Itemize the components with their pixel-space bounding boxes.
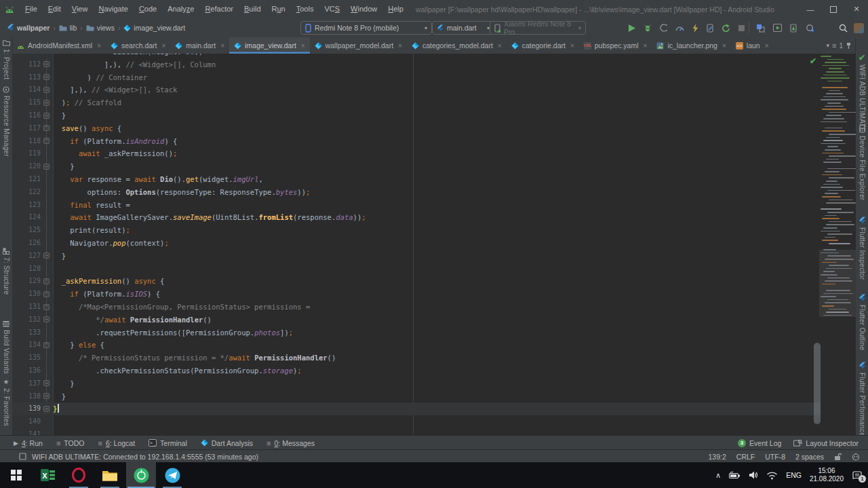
- stop-button[interactable]: [735, 22, 747, 34]
- code-line[interactable]: 130ˇ if (Platform.isIOS) {: [12, 288, 821, 301]
- indent-setting[interactable]: 2 spaces: [795, 453, 824, 461]
- code-line[interactable]: 127− }: [12, 250, 821, 263]
- code-line[interactable]: 137− }: [12, 377, 821, 390]
- menu-item-analyze[interactable]: Analyze: [162, 0, 199, 18]
- stripe-button-flutter-inspector[interactable]: Flutter Inspector: [856, 217, 868, 280]
- maximize-button[interactable]: [822, 0, 845, 18]
- tab-pubspec-yaml[interactable]: YMLpubspec.yaml×: [579, 37, 652, 54]
- pin-icon[interactable]: [846, 42, 852, 50]
- status-message[interactable]: WIFI ADB ULTIMATE: Connected to 192.168.…: [19, 453, 258, 461]
- inspections-ok-icon[interactable]: ✔: [810, 56, 816, 66]
- breadcrumb-item-image_view-dart[interactable]: image_view.dart: [123, 24, 185, 32]
- fold-collapse-icon[interactable]: −: [43, 61, 50, 67]
- fold-collapse-icon[interactable]: −: [43, 316, 50, 322]
- code-line[interactable]: 138− }: [12, 390, 821, 403]
- file-explorer-taskbar-icon[interactable]: [95, 462, 125, 488]
- fold-expanded-icon[interactable]: ˇ: [43, 304, 50, 310]
- device-selector-dropdown[interactable]: Redmi Note 8 Pro (mobile) ▾: [300, 21, 432, 35]
- attach-process-button[interactable]: [704, 22, 716, 34]
- menu-item-view[interactable]: View: [66, 0, 94, 18]
- logcat-window-button[interactable]: [771, 22, 783, 34]
- minimize-button[interactable]: —: [799, 0, 822, 18]
- tab-close-icon[interactable]: ×: [220, 42, 224, 50]
- code-line[interactable]: 114− ],), // <Widget>[], Stack: [12, 83, 821, 96]
- breadcrumb-item-lib[interactable]: lib: [59, 24, 77, 32]
- code-editor[interactable]: 111 SizedBox(height: 50,)112− ],), // <W…: [12, 54, 856, 435]
- menu-item-window[interactable]: Window: [345, 0, 382, 18]
- excel-taskbar-icon[interactable]: X: [33, 462, 62, 488]
- tab-close-icon[interactable]: ×: [301, 42, 305, 50]
- profiler-button[interactable]: [673, 22, 686, 34]
- project-structure-button[interactable]: [754, 22, 766, 34]
- code-line[interactable]: 119 await _askPermission();: [12, 147, 821, 160]
- tab-AndroidManifest-xml[interactable]: AndroidManifest.xml×: [12, 37, 106, 54]
- fold-collapse-icon[interactable]: −: [43, 100, 50, 106]
- menu-item-navigate[interactable]: Navigate: [93, 0, 133, 18]
- tool-window-button-0-messages[interactable]: ≡0: Messages: [267, 439, 315, 447]
- run-button[interactable]: [625, 22, 637, 34]
- code-line[interactable]: 139−}: [12, 402, 821, 415]
- close-button[interactable]: ✕: [845, 0, 868, 18]
- code-line[interactable]: 126 Navigator.pop(context);: [12, 237, 821, 250]
- start-button[interactable]: [1, 462, 31, 488]
- code-line[interactable]: 129ˇ _askPermission() async {: [12, 275, 821, 288]
- battery-icon[interactable]: [729, 470, 741, 480]
- menu-item-edit[interactable]: Edit: [43, 0, 66, 18]
- code-line[interactable]: 118ˇ if (Platform.isAndroid) {: [12, 135, 821, 148]
- tab-search-dart[interactable]: search.dart×: [106, 37, 170, 54]
- code-line[interactable]: 111 SizedBox(height: 50,): [12, 54, 821, 58]
- tool-window-button-6-logcat[interactable]: ≡6: Logcat: [98, 439, 135, 447]
- stripe-button-7-structure[interactable]: 7: Structure: [0, 248, 12, 295]
- tab-close-icon[interactable]: ×: [498, 42, 502, 50]
- tab-categorie-dart[interactable]: categorie.dart×: [507, 37, 579, 54]
- fold-collapse-icon[interactable]: −: [43, 164, 50, 170]
- code-minimap[interactable]: [821, 56, 856, 322]
- code-line[interactable]: 124 await ImageGallerySaver.saveImage(Ui…: [12, 211, 821, 224]
- run-config-dropdown[interactable]: main.dart ▾: [432, 21, 494, 35]
- stripe-button-1-project[interactable]: 1: Project: [0, 40, 12, 79]
- stripe-button-flutter-outline[interactable]: Flutter Outline: [856, 294, 868, 350]
- menu-item-file[interactable]: File: [20, 0, 43, 18]
- hot-reload-icon[interactable]: [689, 22, 701, 34]
- code-line[interactable]: 135 /* PermissionStatus permission = */a…: [12, 352, 821, 364]
- hot-restart-button[interactable]: [719, 22, 731, 34]
- tool-window-button-4-run[interactable]: ▶4: Run: [14, 439, 43, 447]
- fold-collapse-icon[interactable]: −: [43, 74, 50, 80]
- code-line[interactable]: 134ˇ } else {: [12, 339, 821, 352]
- code-line[interactable]: 128: [12, 263, 821, 276]
- code-line[interactable]: 133 .requestPermissions([PermissionGroup…: [12, 326, 821, 339]
- tab-close-icon[interactable]: ×: [398, 42, 402, 50]
- stripe-button-flutter-performance[interactable]: Flutter Performance: [856, 362, 868, 436]
- code-line[interactable]: 117ˇ save() async {: [12, 122, 821, 135]
- tab-categories_model-dart[interactable]: categories_model.dart×: [407, 37, 507, 54]
- menu-item-code[interactable]: Code: [134, 0, 162, 18]
- menu-item-run[interactable]: Run: [267, 0, 291, 18]
- tab-close-icon[interactable]: ×: [644, 42, 648, 50]
- language-indicator[interactable]: ENG: [786, 471, 802, 479]
- code-line[interactable]: 115− ); // Scaffold: [12, 96, 821, 109]
- tray-expand-chevron[interactable]: ∧: [715, 471, 721, 480]
- breadcrumb-item-wallpaper[interactable]: wallpaper: [7, 24, 50, 32]
- search-everywhere-icon[interactable]: [837, 22, 849, 34]
- menu-item-help[interactable]: Help: [382, 0, 409, 18]
- menu-item-vcs[interactable]: VCS: [319, 0, 345, 18]
- tab-wallpaper_model-dart[interactable]: wallpaper_model.dart×: [310, 37, 407, 54]
- stripe-button-build-variants[interactable]: Build Variants: [0, 320, 12, 374]
- code-line[interactable]: 121 var response = await Dio().get(widge…: [12, 173, 821, 186]
- volume-icon[interactable]: [749, 470, 758, 480]
- tab-ic_launcher-png[interactable]: ic_launcher.png×: [652, 37, 730, 54]
- chevron-down-icon[interactable]: ▾: [826, 42, 829, 49]
- tool-window-button-terminal[interactable]: >_Terminal: [149, 439, 187, 447]
- menu-item-tools[interactable]: Tools: [291, 0, 319, 18]
- code-line[interactable]: 116− }: [12, 109, 821, 122]
- fold-collapse-icon[interactable]: −: [43, 87, 50, 93]
- fold-expanded-icon[interactable]: ˇ: [43, 138, 50, 144]
- code-line[interactable]: 120− }: [12, 160, 821, 173]
- fold-collapse-icon[interactable]: −: [43, 393, 50, 399]
- fold-expanded-icon[interactable]: ˇ: [43, 291, 50, 297]
- opera-taskbar-icon[interactable]: [64, 462, 94, 488]
- android-studio-taskbar-icon[interactable]: [126, 462, 156, 488]
- tool-window-button-dart-analysis[interactable]: Dart Analysis: [201, 439, 253, 447]
- event-log-button[interactable]: 3 Event Log: [738, 439, 781, 447]
- tab-laun[interactable]: <>laun×: [731, 37, 774, 54]
